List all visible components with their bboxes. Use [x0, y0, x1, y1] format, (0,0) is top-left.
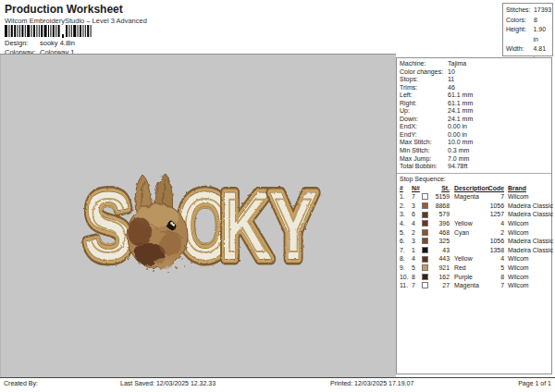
- machine-param-row: Down: 24.1 mm: [400, 116, 551, 124]
- stop-sequence-row: 11. 7 27 Magenta 7 Wilcom: [397, 281, 551, 290]
- stop-sequence-row: 1. 7 5159 Magenta 7 Wilcom: [397, 192, 551, 202]
- thread-color-swatch: [422, 202, 428, 209]
- thread-code: 1257: [487, 210, 506, 219]
- stop-number: 4.: [400, 219, 412, 228]
- stop-number: 3.: [400, 210, 412, 219]
- letter-Y: YYYY: [269, 172, 317, 278]
- stop-sequence-table: 1. 7 5159 Magenta 7 Wilcom 2. 3 8868 105…: [397, 192, 551, 290]
- svg-text:K: K: [226, 184, 266, 268]
- stop-sequence-row: 5. 2 468 Cyan 2 Wilcom: [397, 228, 551, 238]
- machine-param-value: 0.3 mm: [448, 147, 469, 155]
- needle-number: 4: [412, 254, 422, 263]
- design-label: Design:: [5, 39, 40, 47]
- thread-description: Magenta: [451, 281, 487, 290]
- machine-param-value: 11: [448, 76, 454, 84]
- summary-label: Height:: [506, 25, 534, 44]
- sooky-design-graphic: SSSSOOOOKKKKYYYY: [1, 55, 397, 378]
- summary-value: 8: [534, 16, 537, 26]
- thread-brand: Madeira Classic 40: [506, 237, 555, 246]
- stop-number: 9.: [400, 263, 412, 273]
- design-value: sooky 4.8in: [40, 39, 75, 47]
- machine-param-label: Machine:: [400, 60, 448, 68]
- machine-param-value: 0.00 in: [448, 131, 467, 140]
- svg-text:Y: Y: [275, 184, 313, 268]
- thread-description: Red: [451, 263, 487, 273]
- thread-description: Purple: [451, 273, 487, 282]
- machine-param-value: Tajima: [448, 60, 466, 68]
- col-stitches: St.: [433, 184, 451, 193]
- col-stop-number: #: [400, 184, 412, 193]
- needle-number: 5: [412, 263, 422, 273]
- design-name-row: Design:sooky 4.8in: [5, 39, 75, 47]
- created-by-label: Created By:: [4, 380, 38, 386]
- stop-sequence-row: 6. 3 325 1056 Madeira Classic 40: [397, 237, 551, 246]
- thread-code: 7: [487, 192, 506, 202]
- machine-param-label: Color changes:: [400, 68, 448, 77]
- thread-swatch-cell: [422, 246, 433, 255]
- thread-color-swatch: [422, 256, 428, 263]
- bunny-eye: [167, 222, 176, 230]
- needle-number: 2: [412, 228, 422, 238]
- col-needle: N#: [412, 184, 422, 193]
- machine-param-row: Left: 61.1 mm: [400, 92, 551, 100]
- needle-number: 1: [412, 246, 422, 255]
- thread-brand: Wilcom: [506, 281, 551, 290]
- stop-number: 11.: [400, 281, 412, 290]
- machine-param-label: Min Stitch:: [400, 147, 448, 155]
- stitch-count: 162: [433, 273, 451, 282]
- thread-swatch-cell: [422, 210, 433, 219]
- machine-param-label: Trims:: [400, 84, 448, 92]
- thread-swatch-cell: [422, 228, 433, 238]
- stitch-count: 579: [433, 210, 451, 219]
- machine-param-row: Stops: 11: [400, 76, 551, 84]
- thread-swatch-cell: [422, 219, 433, 228]
- thread-color-swatch: [422, 229, 428, 236]
- machine-param-label: Max Jump:: [400, 155, 448, 164]
- thread-color-swatch: [422, 212, 428, 218]
- last-saved-text: Last Saved: 12/03/2025 12.32.33: [120, 380, 216, 386]
- thread-color-swatch: [422, 220, 428, 227]
- thread-color-swatch: [422, 247, 428, 253]
- thread-swatch-cell: [422, 281, 433, 290]
- machine-param-row: Total Bobbin: 94.78ft: [400, 163, 551, 171]
- needle-number: 3: [412, 202, 422, 211]
- thread-color-swatch: [422, 193, 428, 200]
- stop-number: 8.: [400, 254, 412, 263]
- machine-param-label: Down:: [400, 116, 448, 124]
- machine-param-row: Max Stitch: 10.0 mm: [400, 139, 551, 147]
- stop-sequence-row: 7. 1 43 1358 Madeira Classic 40: [397, 246, 551, 255]
- machine-param-row: Up: 24.1 mm: [400, 107, 551, 116]
- col-brand: Brand: [506, 184, 551, 193]
- machine-param-row: Max Jump: 7.0 mm: [400, 155, 551, 164]
- stop-number: 6.: [400, 237, 412, 246]
- machine-param-label: Up:: [400, 107, 448, 116]
- machine-param-row: Min Stitch: 0.3 mm: [400, 147, 551, 155]
- machine-param-row: Trims: 46: [400, 84, 551, 92]
- needle-number: 8: [412, 273, 422, 282]
- machine-param-value: 10: [448, 68, 455, 77]
- stitch-count: 921: [433, 263, 451, 273]
- thread-code: 1056: [487, 237, 506, 246]
- thread-brand: Wilcom: [506, 192, 551, 202]
- machine-param-label: Left:: [400, 92, 448, 100]
- stitch-count: 5159: [433, 192, 451, 202]
- stop-sequence-row: 9. 5 921 Red 5 Wilcom: [397, 263, 551, 273]
- stitch-count: 325: [433, 237, 451, 246]
- varsity-letters: SSSSOOOOKKKKYYYY: [84, 172, 317, 278]
- thread-brand: Wilcom: [506, 219, 551, 228]
- thread-swatch-cell: [422, 237, 433, 246]
- svg-text:S: S: [90, 184, 128, 268]
- thread-brand: Madeira Classic 40: [506, 210, 555, 219]
- machine-param-value: 46: [448, 84, 455, 92]
- thread-swatch-cell: [422, 273, 433, 282]
- barcode-icon: [5, 25, 97, 39]
- design-canvas: SSSSOOOOKKKKYYYY: [0, 54, 396, 377]
- stop-number: 10.: [400, 273, 412, 282]
- machine-param-label: Right:: [400, 100, 448, 108]
- thread-swatch-cell: [422, 263, 433, 273]
- thread-color-swatch: [422, 264, 428, 271]
- machine-param-value: 61.1 mm: [448, 100, 473, 108]
- thread-description: Magenta: [451, 192, 487, 202]
- thread-brand: Wilcom: [506, 263, 551, 273]
- machine-param-label: EndX:: [400, 123, 448, 131]
